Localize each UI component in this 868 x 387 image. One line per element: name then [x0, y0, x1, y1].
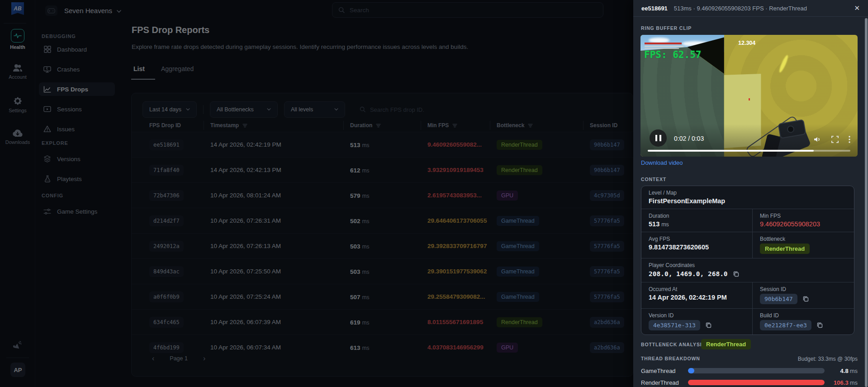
avg-fps-field: Avg FPS 9.814738273620605 — [641, 232, 752, 258]
modal-dim-overlay[interactable] — [0, 0, 633, 387]
thread-budget: Budget: 33.3ms @ 30fps — [798, 356, 858, 362]
thread-bar — [688, 380, 825, 385]
context-card: Level / Map FirstPersonExampleMap Durati… — [641, 186, 854, 335]
app-root: AB Health Account Settings Downloads AP — [0, 0, 868, 387]
video-fps-counter: FPS: 62.57 — [644, 49, 701, 60]
thread-row-renderthread: RenderThread 106.3ms — [641, 379, 858, 386]
video-time: 0:02 / 0:03 — [674, 135, 704, 142]
copy-icon[interactable] — [803, 296, 809, 302]
fullscreen-icon[interactable] — [831, 136, 839, 143]
occurred-at-field: Occurred At 14 Apr 2026, 02:42:19 PM — [641, 282, 752, 308]
thread-row-gamethread: GameThread 4.8ms — [641, 367, 858, 374]
thread-value: 106.3ms — [825, 379, 858, 386]
panel-scrollbar[interactable] — [865, 18, 868, 387]
version-id-field: Version ID 4e38571e-313 — [641, 309, 752, 334]
context-label: CONTEXT — [641, 177, 666, 182]
download-video-link[interactable]: Download video — [641, 159, 683, 166]
fps-drop-meta: 513ms · 9.460926055908203 FPS · RenderTh… — [674, 5, 807, 12]
build-id-field: Build ID 0e2128f7-ee3 — [752, 309, 854, 334]
thread-value: 4.8ms — [825, 368, 858, 374]
copy-icon[interactable] — [817, 322, 823, 328]
video-stat-overlay: 12.304 — [738, 40, 755, 46]
more-options-icon[interactable] — [849, 136, 850, 143]
thread-bar — [688, 368, 825, 373]
min-fps-field: Min FPS 9.460926055908203 — [752, 209, 854, 232]
session-id-chip[interactable]: 90b6b147 — [760, 294, 797, 304]
copy-icon[interactable] — [706, 322, 711, 328]
close-icon[interactable]: ✕ — [854, 4, 860, 12]
fps-drop-detail-panel: ee518691 513ms · 9.460926055908203 FPS ·… — [633, 0, 868, 387]
player-coordinates-field: Player Coordinates 208.0, 1469.0, 268.0 — [641, 258, 854, 282]
bottleneck-analysis-label: BOTTLENECK ANALYSIS — [641, 342, 705, 347]
bottleneck-badge: RenderThread — [760, 244, 810, 254]
volume-icon[interactable] — [813, 136, 821, 143]
panel-header: ee518691 513ms · 9.460926055908203 FPS ·… — [633, 0, 868, 17]
pause-button[interactable] — [650, 129, 667, 147]
ring-buffer-clip-label: RING BUFFER CLIP — [641, 25, 692, 31]
fps-drop-id: ee518691 — [641, 5, 668, 12]
copy-icon[interactable] — [733, 271, 739, 277]
version-id-chip[interactable]: 4e38571e-313 — [649, 320, 700, 330]
bottleneck-field: Bottleneck RenderThread — [752, 232, 854, 258]
thread-breakdown-label: THREAD BREAKDOWN — [641, 356, 700, 361]
duration-field: Duration 513ms — [641, 209, 752, 232]
build-id-chip[interactable]: 0e2128f7-ee3 — [760, 320, 811, 330]
session-id-field: Session ID 90b6b147 — [752, 282, 854, 308]
level-map-field: Level / Map FirstPersonExampleMap — [641, 186, 854, 209]
video-warning-text — [645, 43, 682, 44]
video-progress-bar[interactable] — [648, 150, 850, 152]
bottleneck-analysis-badge: RenderThread — [701, 339, 751, 349]
ring-buffer-video-player[interactable]: FPS: 62.57 12.304 0:02 / 0:03 — [640, 35, 858, 157]
